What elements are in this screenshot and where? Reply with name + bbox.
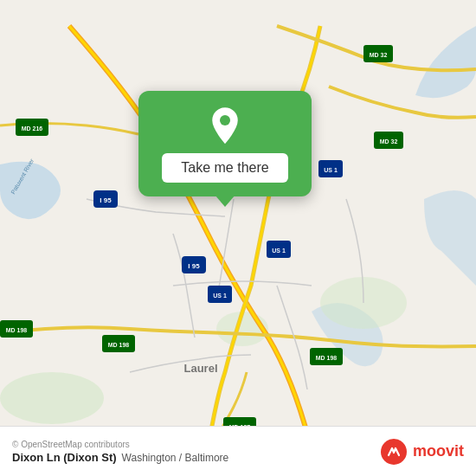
osm-attribution: © OpenStreetMap contributors bbox=[12, 440, 228, 449]
take-me-there-button[interactable]: Take me there bbox=[162, 153, 287, 183]
svg-text:US 1: US 1 bbox=[213, 293, 227, 299]
moovit-logo: moovit bbox=[380, 438, 464, 466]
svg-text:MD 198: MD 198 bbox=[108, 342, 130, 348]
footer-info: © OpenStreetMap contributors Dixon Ln (D… bbox=[12, 440, 228, 464]
pin-icon bbox=[206, 106, 244, 145]
location-popup: Take me there bbox=[138, 91, 312, 196]
svg-text:US 1: US 1 bbox=[324, 167, 338, 173]
map-container: I 95 I 95 US 1 US 1 US 1 MD 32 MD 32 MD … bbox=[0, 0, 476, 476]
moovit-icon bbox=[380, 438, 408, 466]
footer-bar: © OpenStreetMap contributors Dixon Ln (D… bbox=[0, 426, 476, 476]
svg-text:Laurel: Laurel bbox=[183, 362, 217, 375]
svg-text:MD 198: MD 198 bbox=[6, 327, 28, 333]
moovit-text: moovit bbox=[413, 442, 464, 460]
svg-text:MD 32: MD 32 bbox=[370, 52, 388, 58]
svg-text:US 1: US 1 bbox=[272, 248, 286, 254]
svg-text:MD 198: MD 198 bbox=[316, 355, 338, 361]
svg-point-0 bbox=[0, 372, 104, 424]
location-name: Dixon Ln (Dixon St) bbox=[12, 451, 117, 464]
map-roads: I 95 I 95 US 1 US 1 US 1 MD 32 MD 32 MD … bbox=[0, 0, 476, 476]
svg-text:I 95: I 95 bbox=[188, 262, 200, 270]
svg-point-29 bbox=[220, 115, 230, 125]
svg-text:MD 216: MD 216 bbox=[22, 125, 43, 132]
region-name: Washington / Baltimore bbox=[122, 452, 229, 464]
svg-text:MD 32: MD 32 bbox=[380, 138, 398, 145]
svg-text:I 95: I 95 bbox=[100, 196, 112, 204]
